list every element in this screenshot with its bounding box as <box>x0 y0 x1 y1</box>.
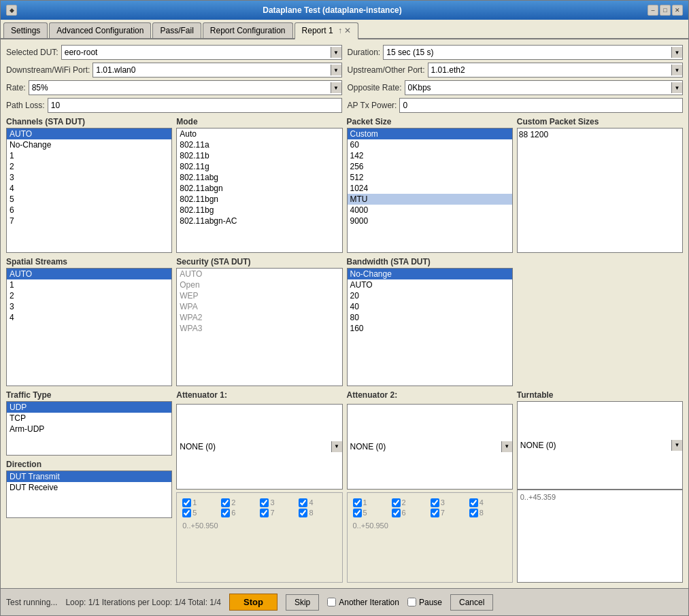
list-item[interactable]: WPA2 <box>177 312 341 323</box>
close-btn[interactable]: ✕ <box>672 5 683 16</box>
list-item[interactable]: 2 <box>7 290 171 301</box>
attn2-check-5[interactable]: 5 <box>353 509 390 517</box>
list-item[interactable]: AUTO <box>7 129 171 139</box>
attn2-check-6[interactable]: 6 <box>392 509 429 517</box>
list-item[interactable]: Auto <box>177 129 341 139</box>
list-item[interactable]: 60 <box>348 139 512 150</box>
direction-list[interactable]: DUT Transmit DUT Receive <box>6 470 172 518</box>
list-item[interactable]: 9000 <box>348 216 512 226</box>
attn1-check-1[interactable]: 1 <box>182 498 220 507</box>
bandwidth-list[interactable]: No-Change AUTO 20 40 80 160 <box>347 268 513 386</box>
list-item[interactable]: 7 <box>7 216 171 226</box>
attenuator2-select[interactable]: NONE (0) ▼ <box>347 404 513 490</box>
list-item[interactable]: 160 <box>348 323 512 334</box>
stop-button[interactable]: Stop <box>229 594 278 611</box>
maximize-btn[interactable]: □ <box>660 5 671 16</box>
duration-select[interactable]: 15 sec (15 s) ▼ <box>383 45 683 60</box>
list-item[interactable]: Arm-UDP <box>7 424 171 434</box>
traffic-type-list[interactable]: UDP TCP Arm-UDP <box>6 401 172 456</box>
minimize-btn[interactable]: – <box>648 5 658 16</box>
ap-tx-power-input[interactable]: 0 <box>399 98 683 113</box>
attn1-check-8[interactable]: 8 <box>299 509 336 517</box>
custom-packet-sizes-input[interactable]: 88 1200 <box>517 128 683 253</box>
list-item[interactable]: DUT Transmit <box>7 471 171 482</box>
list-item[interactable]: 4000 <box>348 205 512 216</box>
tab-settings[interactable]: Settings <box>3 22 48 38</box>
list-item[interactable]: 3 <box>7 172 171 183</box>
attn1-check-7[interactable]: 7 <box>260 509 297 517</box>
security-list[interactable]: AUTO Open WEP WPA WPA2 WPA3 <box>176 268 342 386</box>
tab-close-icon[interactable]: ↑ ✕ <box>338 26 351 35</box>
list-item[interactable]: 802.11abgn-AC <box>177 216 341 226</box>
list-item[interactable]: 40 <box>348 301 512 312</box>
list-item[interactable]: AUTO <box>348 279 512 290</box>
list-item[interactable]: 802.11bg <box>177 205 341 216</box>
list-item[interactable]: 802.11b <box>177 150 341 161</box>
list-item[interactable]: 802.11abgn <box>177 183 341 194</box>
list-item[interactable]: 512 <box>348 172 512 183</box>
cancel-button[interactable]: Cancel <box>450 594 493 611</box>
attn2-check-3[interactable]: 3 <box>431 498 468 507</box>
list-item[interactable]: 802.11a <box>177 139 341 150</box>
another-iteration-label[interactable]: Another Iteration <box>327 598 399 607</box>
attenuator1-select[interactable]: NONE (0) ▼ <box>176 404 342 490</box>
list-item[interactable]: AUTO <box>177 269 341 279</box>
list-item[interactable]: AUTO <box>7 269 171 279</box>
list-item[interactable]: WPA3 <box>177 323 341 334</box>
downstream-port-select[interactable]: 1.01.wlan0 ▼ <box>93 63 341 78</box>
list-item[interactable]: Custom <box>348 129 512 139</box>
mode-list[interactable]: Auto 802.11a 802.11b 802.11g 802.11abg 8… <box>176 128 342 253</box>
list-item[interactable]: Open <box>177 279 341 290</box>
attn1-check-4[interactable]: 4 <box>299 498 336 507</box>
list-item[interactable]: 802.11abg <box>177 172 341 183</box>
tab-pass-fail[interactable]: Pass/Fail <box>152 22 201 38</box>
list-item[interactable]: 1024 <box>348 183 512 194</box>
list-item[interactable]: 1 <box>7 150 171 161</box>
list-item[interactable]: MTU <box>348 194 512 205</box>
attn2-check-1[interactable]: 1 <box>353 498 390 507</box>
list-item[interactable]: 142 <box>348 150 512 161</box>
list-item[interactable]: 3 <box>7 301 171 312</box>
attn2-check-7[interactable]: 7 <box>431 509 468 517</box>
attn1-check-5[interactable]: 5 <box>182 509 220 517</box>
list-item[interactable]: 1 <box>7 279 171 290</box>
list-item[interactable]: 80 <box>348 312 512 323</box>
attn2-check-4[interactable]: 4 <box>469 498 507 507</box>
selected-dut-select[interactable]: eero-root ▼ <box>61 45 342 60</box>
attn1-check-2[interactable]: 2 <box>221 498 258 507</box>
list-item[interactable]: 802.11bgn <box>177 194 341 205</box>
list-item[interactable]: WPA <box>177 301 341 312</box>
list-item[interactable]: DUT Receive <box>7 482 171 493</box>
window-menu-btn[interactable]: ◆ <box>6 5 17 16</box>
channels-list[interactable]: AUTO No-Change 1 2 3 4 5 6 7 <box>6 128 172 253</box>
opposite-rate-select[interactable]: 0Kbps ▼ <box>405 80 683 95</box>
attn2-check-8[interactable]: 8 <box>469 509 507 517</box>
list-item[interactable]: No-Change <box>348 269 512 279</box>
rate-select[interactable]: 85% ▼ <box>29 80 342 95</box>
list-item[interactable]: TCP <box>7 413 171 424</box>
upstream-port-select[interactable]: 1.01.eth2 ▼ <box>428 63 683 78</box>
list-item[interactable]: 256 <box>348 161 512 172</box>
list-item[interactable]: 2 <box>7 161 171 172</box>
list-item[interactable]: 4 <box>7 183 171 194</box>
turntable-select[interactable]: NONE (0) ▼ <box>517 401 683 490</box>
list-item[interactable]: 5 <box>7 194 171 205</box>
attn2-check-2[interactable]: 2 <box>392 498 429 507</box>
tab-report[interactable]: Report 1 ↑ ✕ <box>295 22 359 39</box>
skip-button[interactable]: Skip <box>286 594 319 611</box>
list-item[interactable]: 4 <box>7 312 171 323</box>
packet-size-list[interactable]: Custom 60 142 256 512 1024 MTU 4000 9000 <box>347 128 513 253</box>
tab-advanced-config[interactable]: Advanced Configuration <box>49 22 151 38</box>
spatial-streams-list[interactable]: AUTO 1 2 3 4 <box>6 268 172 386</box>
attn1-check-3[interactable]: 3 <box>260 498 297 507</box>
list-item[interactable]: No-Change <box>7 139 171 150</box>
attn1-check-6[interactable]: 6 <box>221 509 258 517</box>
list-item[interactable]: WEP <box>177 290 341 301</box>
pause-label[interactable]: Pause <box>407 598 442 607</box>
list-item[interactable]: 20 <box>348 290 512 301</box>
tab-report-config[interactable]: Report Configuration <box>203 22 293 38</box>
list-item[interactable]: 802.11g <box>177 161 341 172</box>
list-item[interactable]: UDP <box>7 402 171 413</box>
pause-checkbox[interactable] <box>407 598 416 606</box>
another-iteration-checkbox[interactable] <box>327 598 336 606</box>
